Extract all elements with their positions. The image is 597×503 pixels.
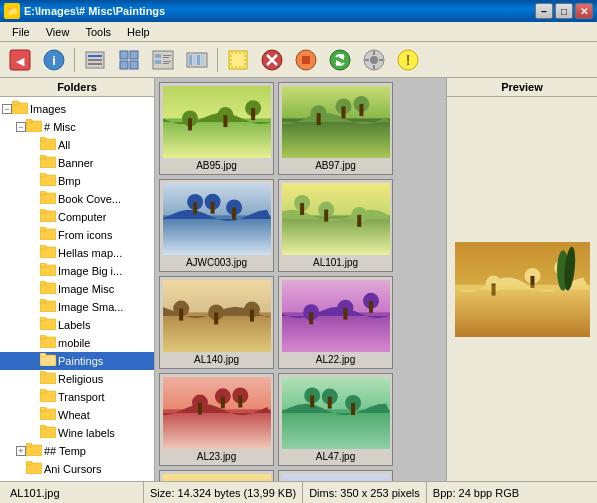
view-strip-button[interactable] — [181, 45, 213, 75]
svg-point-35 — [370, 56, 378, 64]
folder-item-religious[interactable]: Religious — [0, 370, 154, 388]
minimize-button[interactable]: – — [535, 3, 553, 19]
svg-rect-7 — [88, 63, 102, 65]
folder-icon-imagebig — [40, 263, 56, 279]
svg-rect-39 — [379, 59, 383, 61]
folder-item-misc[interactable]: −# Misc — [0, 118, 154, 136]
folder-item-temp[interactable]: +## Temp — [0, 442, 154, 460]
menu-view[interactable]: View — [38, 24, 78, 40]
svg-rect-49 — [40, 155, 46, 159]
folder-item-images[interactable]: −Images — [0, 99, 154, 118]
svg-rect-30 — [302, 56, 310, 64]
folder-label-bookcover: Book Cove... — [58, 193, 121, 205]
folder-item-wheat[interactable]: Wheat — [0, 406, 154, 424]
svg-rect-55 — [40, 209, 46, 213]
folder-icon-imagesmall — [40, 299, 56, 315]
folder-item-mobile[interactable]: mobile — [0, 334, 154, 352]
folder-label-bmp: Bmp — [58, 175, 81, 187]
svg-text:!: ! — [406, 52, 411, 68]
view-thumbs-button[interactable] — [113, 45, 145, 75]
menu-help[interactable]: Help — [119, 24, 158, 40]
menu-tools[interactable]: Tools — [77, 24, 119, 40]
thumb-canvas-7 — [282, 377, 390, 449]
folder-icon-labels — [40, 317, 56, 333]
folder-item-transport[interactable]: Transport — [0, 388, 154, 406]
folder-item-bookcover[interactable]: Book Cove... — [0, 190, 154, 208]
image-thumb-AL52-jpg[interactable]: AL52.jpg — [278, 470, 393, 481]
thumb-filename-0: AB95.jpg — [163, 160, 270, 171]
folder-item-hellas[interactable]: Hellas map... — [0, 244, 154, 262]
stop-button[interactable] — [290, 45, 322, 75]
close-button[interactable]: ✕ — [575, 3, 593, 19]
folder-item-imagebig[interactable]: Image Big i... — [0, 262, 154, 280]
view-details-button[interactable] — [79, 45, 111, 75]
svg-rect-10 — [120, 61, 128, 69]
svg-rect-20 — [189, 55, 192, 65]
svg-rect-81 — [26, 443, 32, 447]
delete-button[interactable] — [256, 45, 288, 75]
thumb-canvas-6 — [163, 377, 271, 449]
about-button[interactable]: ! — [392, 45, 424, 75]
svg-rect-24 — [229, 51, 247, 69]
view-list-button[interactable] — [147, 45, 179, 75]
image-thumb-AL140-jpg[interactable]: AL140.jpg — [159, 276, 274, 369]
folder-label-fromicons: From icons — [58, 229, 112, 241]
image-thumb-AL23-jpg[interactable]: AL23.jpg — [159, 373, 274, 466]
folder-expander-misc[interactable]: − — [16, 122, 26, 132]
folders-tree[interactable]: −Images−# MiscAllBannerBmpBook Cove...Co… — [0, 97, 154, 481]
folder-icon-mobile — [40, 335, 56, 351]
folder-item-imagemisc[interactable]: Image Misc — [0, 280, 154, 298]
thumb-filename-3: AL101.jpg — [282, 257, 389, 268]
folder-expander-temp[interactable]: + — [16, 446, 26, 456]
folder-item-labels[interactable]: Labels — [0, 316, 154, 334]
folder-icon-all — [40, 137, 56, 153]
svg-rect-51 — [40, 173, 46, 177]
back-button[interactable]: ◀ — [4, 45, 36, 75]
folder-item-bmp[interactable]: Bmp — [0, 172, 154, 190]
toolbar: ◀ i ! — [0, 42, 597, 78]
title-bar-buttons: – □ ✕ — [535, 3, 593, 19]
folder-item-anicursors[interactable]: Ani Cursors — [0, 460, 154, 478]
image-thumb-AJWC003-jpg[interactable]: AJWC003.jpg — [159, 179, 274, 272]
maximize-button[interactable]: □ — [555, 3, 573, 19]
folder-item-fromicons[interactable]: From icons — [0, 226, 154, 244]
folder-item-paintings[interactable]: Paintings — [0, 352, 154, 370]
thumb-filename-7: AL47.jpg — [282, 451, 389, 462]
svg-rect-37 — [373, 65, 375, 69]
select-all-button[interactable] — [222, 45, 254, 75]
thumb-canvas-3 — [282, 183, 390, 255]
svg-rect-16 — [155, 60, 161, 64]
svg-rect-53 — [40, 191, 46, 195]
folder-label-misc: # Misc — [44, 121, 76, 133]
image-thumb-AL47-jpg[interactable]: AL47.jpg — [278, 373, 393, 466]
svg-rect-59 — [40, 245, 46, 249]
status-size: Size: 14.324 bytes (13,99 KB) — [144, 482, 303, 503]
folder-label-labels: Labels — [58, 319, 90, 331]
thumb-canvas-0 — [163, 86, 271, 158]
folder-expander-images[interactable]: − — [2, 104, 12, 114]
status-dims: Dims: 350 x 253 pixels — [303, 482, 427, 503]
image-thumb-AB95-jpg[interactable]: AB95.jpg — [159, 82, 274, 175]
folder-item-all[interactable]: All — [0, 136, 154, 154]
thumb-canvas-1 — [282, 86, 390, 158]
svg-rect-67 — [40, 317, 46, 321]
folder-item-winelabels[interactable]: Wine labels — [0, 424, 154, 442]
svg-rect-5 — [88, 55, 102, 57]
info-button[interactable]: i — [38, 45, 70, 75]
menu-file[interactable]: File — [4, 24, 38, 40]
image-thumb-AB97-jpg[interactable]: AB97.jpg — [278, 82, 393, 175]
options-button[interactable] — [358, 45, 390, 75]
image-thumb-AL101-jpg[interactable]: AL101.jpg — [278, 179, 393, 272]
folder-icon-temp — [26, 443, 42, 459]
folder-label-all: All — [58, 139, 70, 151]
folders-panel: Folders −Images−# MiscAllBannerBmpBook C… — [0, 78, 155, 481]
folder-item-banner[interactable]: Banner — [0, 154, 154, 172]
image-thumb-AL51-jpg[interactable]: AL51.jpg — [159, 470, 274, 481]
folder-label-anicursors: Ani Cursors — [44, 463, 101, 475]
folder-label-computer: Computer — [58, 211, 106, 223]
folder-icon-banner — [40, 155, 56, 171]
folder-item-imagesmall[interactable]: Image Sma... — [0, 298, 154, 316]
image-thumb-AL22-jpg[interactable]: AL22.jpg — [278, 276, 393, 369]
refresh-button[interactable] — [324, 45, 356, 75]
folder-item-computer[interactable]: Computer — [0, 208, 154, 226]
